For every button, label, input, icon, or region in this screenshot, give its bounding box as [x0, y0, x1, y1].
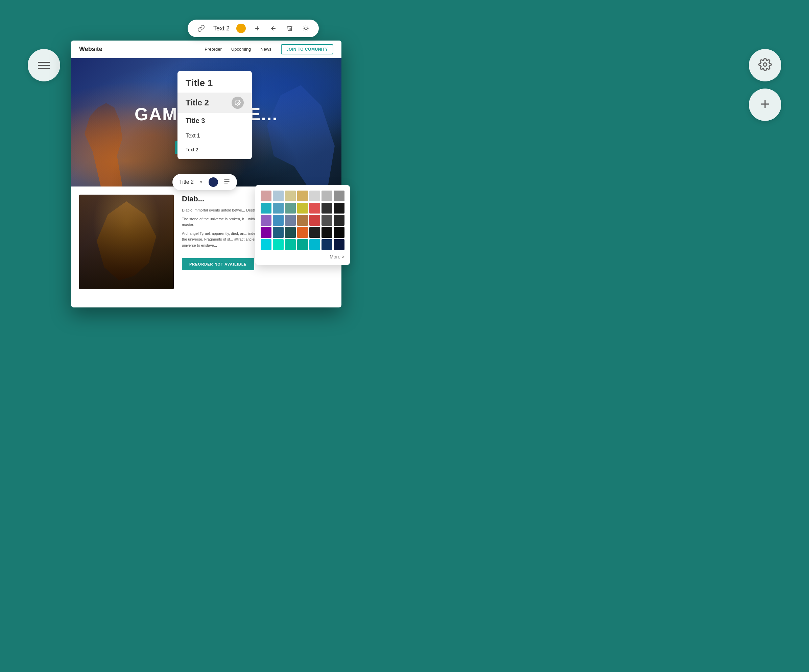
content-image	[79, 194, 174, 289]
style-label-text2: Text 2	[186, 147, 198, 152]
toolbar-trash-icon[interactable]	[285, 23, 294, 33]
color-swatch[interactable]	[322, 239, 332, 250]
nav-cta-button[interactable]: JOIN TO COMUNITY	[281, 44, 333, 54]
toolbar-sun-icon[interactable]	[301, 23, 311, 33]
style-item-title2[interactable]: Title 2	[178, 92, 252, 113]
style-settings-icon[interactable]	[232, 97, 244, 109]
style-item-title3[interactable]: Title 3	[178, 113, 252, 129]
nav-link-upcoming[interactable]: Upcoming	[231, 47, 251, 52]
color-swatch[interactable]	[309, 191, 320, 201]
nav-links: Preorder Upcoming News JOIN TO COMUNITY	[205, 44, 333, 54]
hamburger-icon	[38, 62, 50, 69]
toolbar-plus-icon[interactable]	[253, 23, 262, 33]
color-swatch[interactable]	[334, 215, 344, 226]
align-icon[interactable]	[223, 178, 230, 186]
add-button[interactable]	[749, 89, 781, 121]
color-swatch[interactable]	[297, 239, 308, 250]
toolbar-label: Text 2	[213, 25, 230, 32]
color-swatch[interactable]	[322, 227, 332, 238]
color-swatch[interactable]	[273, 215, 284, 226]
nav-bar: Website Preorder Upcoming News JOIN TO C…	[71, 40, 341, 58]
color-swatch[interactable]	[261, 239, 272, 250]
color-swatch[interactable]	[309, 239, 320, 250]
color-swatch[interactable]	[285, 191, 296, 201]
style-item-text1[interactable]: Text 1	[178, 129, 252, 143]
color-swatch[interactable]	[334, 203, 344, 213]
color-swatch[interactable]	[285, 227, 296, 238]
title2-label: Title 2	[179, 179, 194, 185]
style-label-title3: Title 3	[186, 117, 205, 125]
svg-point-6	[305, 27, 307, 30]
svg-line-9	[304, 26, 304, 27]
toolbar-dot[interactable]	[236, 23, 246, 33]
color-swatch[interactable]	[309, 227, 320, 238]
svg-line-13	[304, 30, 304, 30]
hamburger-button[interactable]	[28, 49, 60, 81]
svg-point-15	[237, 102, 239, 104]
more-link[interactable]: More >	[261, 254, 344, 260]
content-cta-button[interactable]: PREORDER NOT AVAILIBLE	[182, 258, 254, 270]
style-label-title2: Title 2	[186, 98, 209, 107]
nav-link-preorder[interactable]: Preorder	[205, 47, 222, 52]
color-swatch[interactable]	[297, 215, 308, 226]
color-swatch[interactable]	[285, 203, 296, 213]
title2-arrow: ▼	[199, 180, 203, 184]
color-swatch[interactable]	[261, 203, 272, 213]
plus-icon	[758, 97, 772, 112]
color-swatch[interactable]	[261, 227, 272, 238]
color-swatch[interactable]	[322, 203, 332, 213]
color-swatch[interactable]	[297, 227, 308, 238]
title2-color-dot[interactable]	[208, 178, 218, 187]
gear-button[interactable]	[749, 49, 781, 81]
color-grid	[261, 191, 344, 250]
style-label-text1: Text 1	[186, 133, 200, 139]
color-swatch[interactable]	[297, 191, 308, 201]
toolbar-back-icon[interactable]	[269, 23, 278, 33]
nav-link-news[interactable]: News	[260, 47, 272, 52]
color-swatch[interactable]	[273, 203, 284, 213]
link-icon[interactable]	[196, 23, 206, 34]
color-swatch[interactable]	[322, 191, 332, 201]
color-swatch[interactable]	[261, 191, 272, 201]
color-swatch[interactable]	[322, 215, 332, 226]
style-item-title1[interactable]: Title 1	[178, 74, 252, 92]
gear-icon	[758, 58, 772, 73]
style-dropdown: Title 1 Title 2 Title 3 Text 1 Text 2	[178, 71, 252, 159]
color-swatch[interactable]	[273, 191, 284, 201]
style-item-text2[interactable]: Text 2	[178, 143, 252, 156]
color-swatch[interactable]	[297, 203, 308, 213]
nav-logo: Website	[79, 45, 102, 53]
color-swatch[interactable]	[334, 227, 344, 238]
style-label-title1: Title 1	[186, 78, 213, 89]
title2-toolbar: Title 2 ▼	[173, 174, 237, 190]
color-swatch[interactable]	[273, 239, 284, 250]
color-swatch[interactable]	[309, 215, 320, 226]
color-swatch[interactable]	[334, 239, 344, 250]
color-swatch[interactable]	[334, 191, 344, 201]
color-swatch[interactable]	[273, 227, 284, 238]
color-swatch[interactable]	[285, 215, 296, 226]
svg-point-0	[764, 63, 767, 66]
color-palette: More >	[255, 185, 350, 265]
color-swatch[interactable]	[285, 239, 296, 250]
color-swatch[interactable]	[261, 215, 272, 226]
text-toolbar: Text 2	[188, 20, 319, 37]
color-swatch[interactable]	[309, 203, 320, 213]
